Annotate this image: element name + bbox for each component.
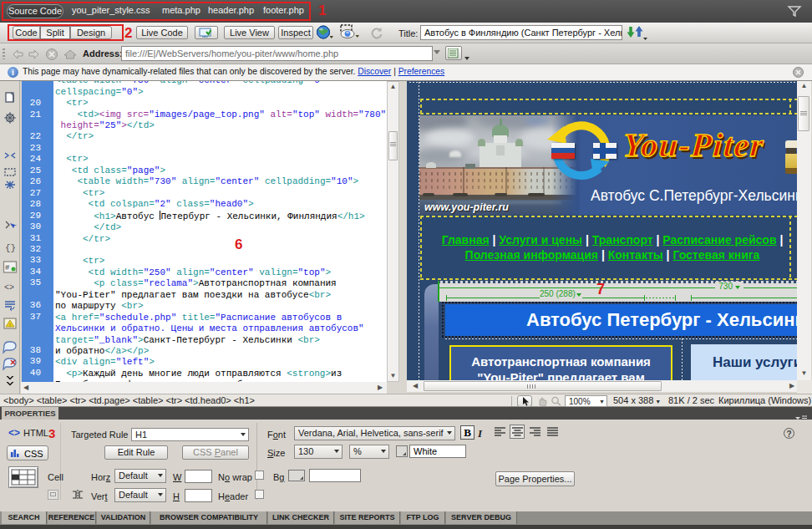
svg-text:<>: <> [4,283,14,292]
svg-text:{}: {} [5,243,16,253]
svg-text:#: # [5,264,10,272]
